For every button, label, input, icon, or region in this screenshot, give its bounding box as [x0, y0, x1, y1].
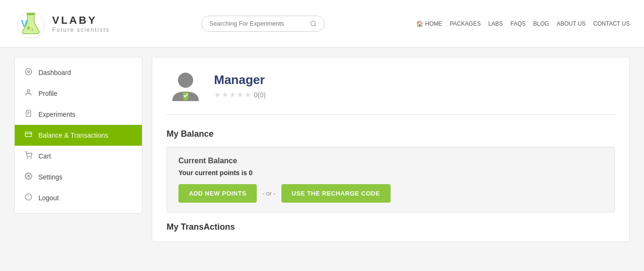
balance-box: Current Balance Your current points is 0… — [167, 147, 615, 213]
balance-points-text: Your current points is 0 — [178, 169, 603, 177]
svg-rect-14 — [25, 132, 31, 136]
svg-point-16 — [27, 158, 28, 158]
profile-section: Manager ★ ★ ★ ★ ★ 0(0) — [167, 67, 615, 115]
star-5: ★ — [244, 90, 251, 99]
balance-actions: ADD NEW POINTS - or - USE THE RECHARGE C… — [178, 184, 603, 203]
nav-link-blog[interactable]: BLOG — [533, 20, 549, 27]
sidebar-item-dashboard[interactable]: Dashboard — [15, 62, 142, 83]
svg-point-17 — [31, 158, 31, 158]
search-icon — [310, 20, 317, 28]
content-area: Manager ★ ★ ★ ★ ★ 0(0) My Balance Curren… — [152, 57, 630, 242]
svg-point-18 — [28, 175, 29, 177]
logo-subtitle: Future scientists — [52, 27, 110, 33]
avatar-container — [167, 67, 205, 105]
home-icon: 🏠 — [416, 20, 423, 27]
points-value: 0 — [249, 169, 252, 177]
nav-link-faqs[interactable]: FAQS — [511, 20, 526, 27]
rating-value: 0(0) — [254, 91, 266, 99]
profile-name: Manager — [214, 73, 266, 87]
sidebar-item-experiments[interactable]: Experiments — [15, 104, 142, 125]
nav-links: 🏠 HOME PACKAGES LABS FAQS BLOG ABOUT US … — [416, 20, 630, 27]
my-transactions-title: My TransActions — [167, 222, 615, 232]
main-content: Dashboard Profile Experiments Balance & … — [0, 47, 644, 252]
profile-info: Manager ★ ★ ★ ★ ★ 0(0) — [214, 73, 266, 99]
sidebar: Dashboard Profile Experiments Balance & … — [14, 57, 142, 214]
nav-link-about-us[interactable]: ABOUT US — [557, 20, 586, 27]
nav-link-packages[interactable]: PACKAGES — [450, 20, 481, 27]
star-4: ★ — [237, 90, 243, 99]
sidebar-item-profile[interactable]: Profile — [15, 83, 142, 104]
svg-point-9 — [27, 90, 29, 92]
svg-point-5 — [310, 21, 315, 26]
avatar — [167, 67, 205, 105]
add-new-points-button[interactable]: ADD NEW POINTS — [178, 184, 257, 203]
settings-icon — [24, 172, 33, 182]
svg-text:V: V — [21, 18, 28, 29]
sidebar-item-logout[interactable]: Logout — [15, 187, 142, 208]
logo-title: VLABY — [52, 14, 110, 27]
my-balance-title: My Balance — [167, 129, 615, 139]
sidebar-item-settings[interactable]: Settings — [15, 167, 142, 187]
balance-icon — [24, 131, 33, 140]
header: V VLABY Future scientists 🏠 HOME PACKAGE… — [0, 0, 644, 47]
cart-icon — [24, 151, 33, 161]
nav-link-home[interactable]: 🏠 HOME — [416, 20, 442, 27]
star-1: ★ — [214, 90, 221, 99]
or-separator: - or - — [262, 190, 275, 197]
dashboard-icon — [24, 68, 33, 77]
use-recharge-code-button[interactable]: USE THE RECHARGE CODE — [281, 184, 391, 203]
stars-rating: ★ ★ ★ ★ ★ 0(0) — [214, 90, 266, 99]
svg-point-22 — [178, 73, 193, 88]
logout-icon — [24, 193, 33, 203]
profile-icon — [24, 89, 33, 98]
experiments-icon — [24, 110, 33, 119]
nav-link-labs[interactable]: LABS — [488, 20, 503, 27]
logo-text: VLABY Future scientists — [52, 14, 110, 33]
search-bar[interactable] — [201, 16, 325, 32]
sidebar-item-cart[interactable]: Cart — [15, 146, 142, 167]
star-2: ★ — [222, 90, 228, 99]
sidebar-item-balance-transactions[interactable]: Balance & Transactions — [15, 125, 142, 146]
star-3: ★ — [229, 90, 236, 99]
logo-icon: V — [14, 7, 47, 40]
svg-rect-1 — [27, 13, 35, 15]
logo-area: V VLABY Future scientists — [14, 7, 110, 40]
search-input[interactable] — [209, 20, 306, 27]
svg-point-7 — [25, 68, 31, 75]
svg-line-6 — [315, 25, 316, 26]
nav-link-contact-us[interactable]: CONTACT US — [593, 20, 630, 27]
current-balance-label: Current Balance — [178, 157, 603, 165]
svg-point-8 — [28, 71, 29, 73]
svg-point-3 — [31, 29, 33, 31]
